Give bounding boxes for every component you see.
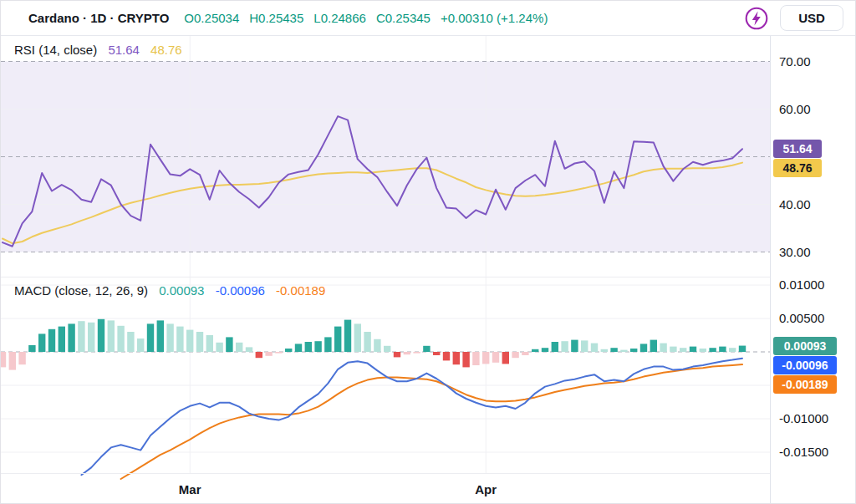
macd-histogram-bar bbox=[206, 335, 213, 352]
macd-histogram-bar bbox=[443, 352, 450, 360]
macd-histogram-bar bbox=[739, 346, 746, 352]
axis-tick-label: -0.01000 bbox=[779, 411, 828, 425]
price-badge: 0.00093 bbox=[773, 337, 837, 355]
ohlc-item: L0.24866 bbox=[313, 11, 366, 25]
macd-histogram-bar bbox=[59, 327, 65, 352]
macd-histogram-bar bbox=[413, 352, 420, 354]
macd-histogram-bar bbox=[522, 352, 528, 355]
macd-histogram-bar bbox=[78, 321, 84, 352]
axis-tick-label: 0.00500 bbox=[779, 311, 824, 325]
axis-tick-label: 60.00 bbox=[779, 102, 811, 116]
macd-histogram-bar bbox=[157, 320, 164, 352]
macd-histogram-bar bbox=[542, 348, 548, 352]
macd-histogram-bar bbox=[729, 348, 736, 352]
macd-signal-line bbox=[121, 364, 742, 479]
macd-hist-value: 0.00093 bbox=[159, 283, 204, 298]
macd-histogram-bar bbox=[620, 350, 627, 352]
macd-histogram-bar bbox=[127, 332, 134, 352]
macd-histogram-bar bbox=[216, 343, 222, 352]
macd-histogram-bar bbox=[512, 352, 518, 358]
macd-histogram-bar bbox=[246, 347, 252, 352]
macd-histogram-bar bbox=[453, 352, 460, 364]
macd-histogram-bar bbox=[314, 341, 321, 352]
ohlc-item: +0.00310 (+1.24%) bbox=[441, 11, 548, 25]
macd-histogram-bar bbox=[98, 319, 104, 352]
macd-histogram-bar bbox=[305, 342, 312, 352]
macd-histogram-bar bbox=[670, 347, 676, 352]
time-axis-label-mar[interactable]: Mar bbox=[171, 482, 208, 496]
macd-histogram-bar bbox=[374, 339, 380, 352]
price-axis[interactable]: 70.0060.0040.0030.000.010000.00500-0.010… bbox=[770, 1, 856, 504]
macd-histogram-bar bbox=[700, 349, 706, 352]
rsi-value: 51.64 bbox=[108, 43, 140, 57]
macd-histogram-bar bbox=[1, 352, 6, 367]
macd-legend[interactable]: MACD (close, 12, 26, 9) 0.00093 -0.00096… bbox=[14, 283, 325, 298]
time-axis-separator bbox=[1, 473, 856, 474]
macd-histogram-bar bbox=[186, 330, 193, 352]
macd-histogram-bar bbox=[640, 344, 647, 352]
rsi-legend[interactable]: RSI (14, close) 51.64 48.76 bbox=[14, 43, 182, 57]
currency-toggle-button[interactable]: USD bbox=[780, 5, 843, 31]
rsi-legend-title: RSI (14, close) bbox=[14, 43, 97, 57]
macd-histogram-bar bbox=[108, 320, 115, 352]
lightning-bolt-icon bbox=[744, 21, 769, 33]
macd-histogram-bar bbox=[462, 352, 469, 367]
axis-tick-label: 0.01000 bbox=[779, 277, 824, 292]
macd-histogram-bar bbox=[650, 340, 657, 352]
axis-tick-label: 40.00 bbox=[779, 197, 811, 211]
macd-histogram-bar bbox=[137, 339, 144, 352]
macd-histogram-bar bbox=[610, 348, 617, 352]
macd-signal-value: -0.00189 bbox=[276, 283, 325, 298]
macd-histogram-bar bbox=[561, 341, 568, 352]
macd-histogram-bar bbox=[354, 323, 361, 352]
price-badge: 48.76 bbox=[773, 159, 822, 177]
macd-histogram-bar bbox=[147, 323, 154, 352]
macd-histogram-bar bbox=[226, 337, 232, 352]
macd-histogram-bar bbox=[18, 352, 25, 364]
symbol-title[interactable]: Cardano · 1D · CRYPTO bbox=[28, 11, 169, 25]
macd-histogram-bar bbox=[601, 349, 608, 352]
axis-tick-label: 70.00 bbox=[779, 54, 811, 69]
macd-histogram-bar bbox=[660, 344, 666, 352]
macd-histogram-bar bbox=[719, 347, 726, 352]
price-badge: 51.64 bbox=[773, 140, 822, 158]
macd-histogram-bar bbox=[709, 348, 716, 352]
macd-histogram-bar bbox=[630, 349, 637, 352]
macd-legend-title: MACD (close, 12, 26, 9) bbox=[14, 283, 148, 298]
axis-tick-label: 30.00 bbox=[779, 245, 811, 259]
macd-histogram-bar bbox=[492, 352, 499, 363]
macd-histogram-bar bbox=[384, 346, 390, 352]
rsi-ma-value: 48.76 bbox=[150, 43, 182, 57]
macd-histogram-bar bbox=[285, 349, 292, 352]
macd-histogram-bar bbox=[236, 343, 242, 352]
ohlc-values: O0.25034H0.25435L0.24866C0.25345+0.00310… bbox=[184, 11, 548, 25]
macd-histogram-bar bbox=[176, 327, 183, 352]
macd-histogram-bar bbox=[88, 323, 94, 352]
macd-histogram-bar bbox=[265, 352, 272, 356]
macd-histogram-bar bbox=[117, 326, 124, 352]
macd-histogram-bar bbox=[256, 352, 262, 358]
chart-header: Cardano · 1D · CRYPTO O0.25034H0.25435L0… bbox=[1, 1, 856, 36]
macd-histogram-bar bbox=[275, 352, 282, 354]
macd-histogram-bar bbox=[28, 345, 35, 352]
macd-histogram-bar bbox=[680, 348, 686, 352]
chart-widget: Cardano · 1D · CRYPTO O0.25034H0.25435L0… bbox=[0, 0, 856, 504]
pane-separator[interactable] bbox=[1, 277, 856, 277]
macd-histogram-bar bbox=[344, 320, 351, 352]
ohlc-item: H0.25435 bbox=[249, 11, 303, 25]
macd-histogram-bar bbox=[472, 352, 479, 365]
macd-histogram-bar bbox=[166, 323, 173, 352]
macd-histogram-bar bbox=[38, 333, 45, 352]
price-badge: -0.00096 bbox=[773, 356, 837, 374]
instant-order-button[interactable] bbox=[744, 6, 769, 31]
macd-histogram-bar bbox=[324, 337, 331, 352]
macd-histogram-bar bbox=[502, 352, 509, 364]
macd-histogram-bar bbox=[690, 347, 696, 352]
macd-histogram-bar bbox=[196, 332, 203, 352]
chart-canvas[interactable] bbox=[1, 1, 770, 504]
ohlc-item: O0.25034 bbox=[184, 11, 239, 25]
macd-histogram-bar bbox=[552, 342, 558, 352]
macd-histogram-bar bbox=[48, 329, 55, 352]
macd-histogram-bar bbox=[591, 344, 598, 352]
time-axis-label-apr[interactable]: Apr bbox=[467, 482, 504, 496]
